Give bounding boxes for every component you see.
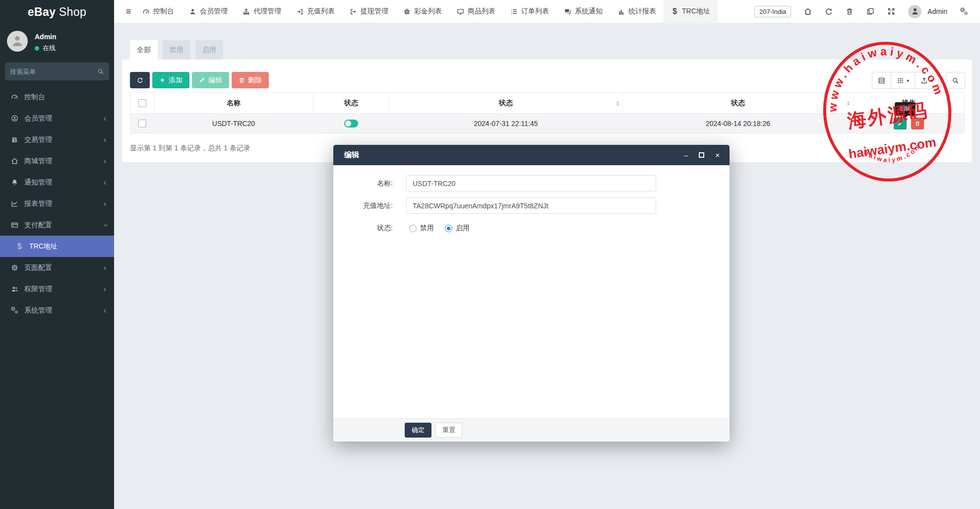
nav-item-notifications[interactable]: 系统通知 — [556, 0, 610, 23]
radio-circle-icon — [409, 225, 417, 232]
columns-button[interactable]: ▾ — [891, 72, 915, 89]
refresh-button[interactable] — [130, 72, 150, 88]
online-dot-icon — [35, 46, 39, 51]
export-button[interactable]: ▾ — [915, 72, 939, 89]
nav-item-trc-address[interactable]: $TRC地址 — [664, 0, 718, 23]
modal-header[interactable]: 编辑 – × — [333, 145, 730, 165]
confirm-button[interactable]: 确定 — [405, 423, 431, 438]
column-header-created[interactable]: 状态▴▾ — [389, 93, 623, 114]
sidebar-item-permissions[interactable]: 权限管理‹ — [0, 278, 114, 300]
nav-item-orders[interactable]: 订单列表 — [503, 0, 556, 23]
row-delete-button[interactable] — [911, 118, 924, 129]
column-header-name[interactable]: 名称 — [154, 93, 313, 114]
nav-item-label: 充值列表 — [307, 7, 335, 16]
caret-down-icon: ▾ — [907, 78, 909, 83]
radio-disabled[interactable]: 禁用 — [409, 224, 434, 233]
table-header-row: 名称 状态 状态▴▾ 状态▴▾ 操作 — [130, 93, 965, 114]
fullscreen-icon[interactable] — [887, 7, 895, 15]
address-input[interactable] — [406, 197, 656, 214]
table-controls: ▾ ▾ — [872, 72, 965, 89]
list-icon — [510, 8, 518, 15]
sidebar-item-mall[interactable]: 商城管理‹ — [0, 150, 114, 172]
sidebar-profile: Admin 在线 — [0, 24, 114, 58]
trash-icon[interactable] — [846, 7, 854, 15]
toggle-knob — [345, 121, 351, 127]
sidebar-item-reports[interactable]: 报表管理‹ — [0, 193, 114, 214]
gauge-icon — [11, 93, 18, 101]
sort-icon[interactable]: ▴▾ — [847, 100, 850, 106]
dollar-icon: $ — [16, 242, 23, 251]
detail-view-button[interactable] — [872, 72, 891, 89]
nav-item-statistics[interactable]: 统计报表 — [610, 0, 664, 23]
brand-title-light: Shop — [59, 5, 87, 19]
menu-toggle-icon[interactable]: ≡ — [122, 6, 135, 17]
tab-enabled[interactable]: 启用 — [195, 40, 223, 60]
maximize-icon[interactable] — [699, 152, 704, 158]
table-row[interactable]: USDT-TRC20 2024-07-31 22:11:45 2024-08-1… — [130, 114, 965, 133]
address-field-row: 充值地址: — [333, 197, 730, 214]
sidebar-item-system[interactable]: 系统管理‹ — [0, 300, 114, 321]
chevron-left-icon: ‹ — [104, 200, 106, 208]
radio-selected-icon — [445, 225, 452, 232]
close-icon[interactable]: × — [715, 151, 720, 159]
nav-item-deposits[interactable]: 充值列表 — [289, 0, 342, 23]
sidebar-menu: 控制台 会员管理‹ Ƀ交易管理‹ 商城管理‹ 通知管理‹ 报表管理‹ 支付配置‹… — [0, 86, 114, 321]
radio-enabled[interactable]: 启用 — [445, 224, 470, 233]
sidebar-item-payment-config[interactable]: 支付配置‹ — [0, 214, 114, 236]
chevron-left-icon: ‹ — [104, 115, 106, 123]
nav-item-label: 代理管理 — [253, 7, 281, 16]
brand-title-bold: eBay — [28, 5, 56, 19]
caret-down-icon: ▾ — [930, 78, 933, 83]
sidebar-item-notice[interactable]: 通知管理‹ — [0, 172, 114, 193]
sort-icon[interactable]: ▴▾ — [616, 100, 619, 106]
brand-logo[interactable]: eBayShop — [0, 0, 114, 24]
copy-icon[interactable] — [866, 7, 874, 15]
pencil-icon — [199, 77, 205, 83]
sidebar-item-label: 支付配置 — [24, 221, 52, 230]
edit-button[interactable]: 编辑 — [192, 72, 229, 88]
sidebar-item-trade[interactable]: Ƀ交易管理‹ — [0, 129, 114, 150]
column-header-status[interactable]: 状态 — [313, 93, 389, 114]
nav-user-label[interactable]: Admin — [927, 7, 947, 15]
column-header-updated[interactable]: 状态▴▾ — [623, 93, 854, 114]
sidebar-item-trc-address[interactable]: $TRC地址 — [0, 236, 114, 257]
sidebar-item-members[interactable]: 会员管理‹ — [0, 108, 114, 129]
refresh-icon[interactable] — [825, 7, 833, 15]
sidebar-item-dashboard[interactable]: 控制台 — [0, 86, 114, 108]
sidebar-search-input[interactable] — [10, 68, 97, 75]
nav-item-bonus[interactable]: 彩金列表 — [396, 0, 449, 23]
user-circle-icon — [11, 115, 18, 122]
credit-card-icon — [11, 221, 18, 229]
reset-button[interactable]: 重置 — [435, 423, 462, 438]
nav-item-agents[interactable]: 代理管理 — [235, 0, 289, 23]
row-edit-button[interactable] — [894, 118, 907, 129]
site-badge[interactable]: 207-India — [754, 6, 791, 17]
tab-disabled[interactable]: 禁用 — [163, 40, 190, 60]
search-toggle-button[interactable] — [946, 72, 965, 89]
gears-icon[interactable] — [960, 7, 968, 15]
minimize-icon[interactable]: – — [684, 151, 688, 159]
home-icon[interactable] — [804, 7, 812, 15]
row-checkbox[interactable] — [138, 120, 146, 127]
user-avatar[interactable] — [908, 5, 921, 18]
tab-all[interactable]: 全部 — [130, 40, 158, 60]
sidebar-item-page-config[interactable]: 页面配置‹ — [0, 257, 114, 278]
search-icon[interactable] — [97, 68, 104, 75]
sidebar-item-label: 系统管理 — [24, 306, 52, 315]
nav-item-members[interactable]: 会员管理 — [182, 0, 235, 23]
nav-item-products[interactable]: 商品列表 — [449, 0, 503, 23]
status-toggle[interactable] — [344, 120, 358, 127]
delete-button[interactable]: 删除 — [232, 72, 269, 88]
nav-item-label: TRC地址 — [682, 7, 710, 16]
chevron-left-icon: ‹ — [104, 157, 106, 165]
name-input[interactable] — [406, 175, 656, 191]
select-all-checkbox[interactable] — [138, 99, 146, 107]
sidebar-item-label: 权限管理 — [24, 285, 52, 294]
nav-item-dashboard[interactable]: 控制台 — [135, 0, 182, 23]
sidebar-item-label: 控制台 — [24, 93, 45, 102]
nav-item-withdrawals[interactable]: 提现管理 — [342, 0, 396, 23]
address-field-label: 充值地址: — [333, 201, 393, 210]
profile-name: Admin — [35, 33, 57, 41]
add-button[interactable]: 添加 — [152, 72, 189, 88]
column-label: 名称 — [227, 99, 241, 107]
